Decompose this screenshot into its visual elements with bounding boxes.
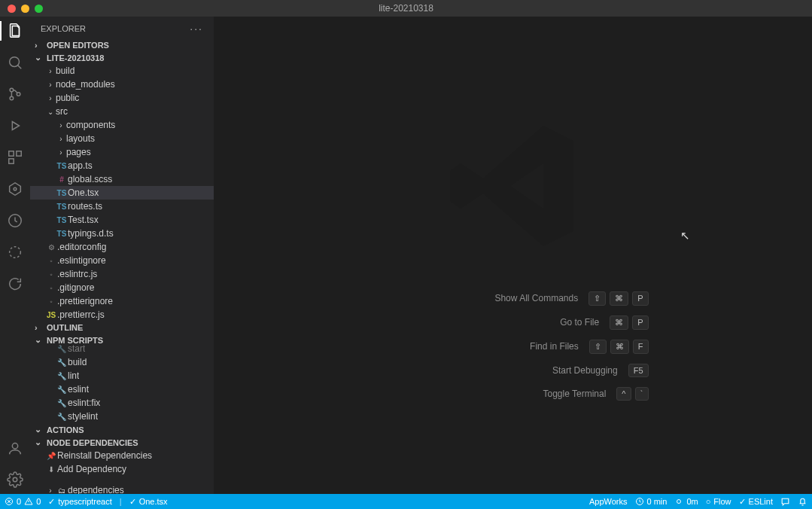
svg-point-14: [13, 477, 17, 482]
welcome-find: Find in Files ⇧⌘F: [378, 340, 649, 354]
svg-point-4: [17, 93, 20, 96]
close-window-button[interactable]: [8, 5, 16, 13]
section-node-deps[interactable]: ⌄NODE DEPENDENCIES: [30, 436, 214, 449]
npm-build[interactable]: 🔧build: [30, 355, 214, 369]
section-label: LITE-20210318: [47, 53, 104, 62]
editor-area: Show All Commands ⇧⌘P Go to File ⌘P Find…: [214, 17, 812, 494]
status-flow[interactable]: ○ Flow: [706, 497, 731, 506]
npm-eslint-fix[interactable]: 🔧eslint:fix: [30, 396, 214, 410]
sidebar-title: EXPLORER: [41, 24, 86, 33]
vscode-logo-icon: [438, 111, 588, 261]
status-bell-icon[interactable]: [798, 497, 807, 507]
npm-lint[interactable]: 🔧lint: [30, 369, 214, 383]
file-app-ts[interactable]: TSapp.ts: [30, 159, 214, 172]
section-label: ACTIONS: [47, 425, 84, 434]
hexagon-icon[interactable]: [7, 181, 23, 197]
refresh-icon[interactable]: [7, 276, 23, 292]
section-outline[interactable]: ›OUTLINE: [30, 322, 214, 334]
activity-bar: [0, 17, 30, 494]
sidebar-more-icon[interactable]: ···: [190, 23, 203, 35]
settings-icon[interactable]: [7, 471, 23, 488]
svg-rect-7: [17, 151, 21, 156]
file-eslintrc[interactable]: ◦.eslintrc.js: [30, 267, 214, 281]
maximize-window-button[interactable]: [35, 5, 43, 13]
svg-point-10: [14, 187, 17, 190]
section-label: OUTLINE: [47, 323, 83, 332]
file-editorconfig[interactable]: ⚙.editorconfig: [30, 240, 214, 254]
action-reinstall[interactable]: 📌Reinstall Dependencies: [30, 449, 214, 462]
section-open-editors[interactable]: ›OPEN EDITORS: [30, 39, 214, 51]
file-prettierrc[interactable]: JS.prettierrc.js: [30, 308, 214, 322]
minimize-window-button[interactable]: [21, 5, 29, 13]
status-eslint[interactable]: ✓ ESLint: [739, 497, 773, 507]
svg-line-1: [18, 66, 22, 69]
svg-marker-5: [12, 122, 19, 130]
section-actions[interactable]: ⌄ACTIONS: [30, 423, 214, 436]
action-add-dependency[interactable]: ⬇Add Dependency: [30, 462, 214, 476]
svg-point-20: [677, 500, 681, 504]
file-gitignore[interactable]: ◦.gitignore: [30, 281, 214, 294]
svg-rect-6: [9, 151, 14, 156]
folder-node-modules[interactable]: ›node_modules: [30, 78, 214, 91]
svg-point-13: [12, 443, 17, 449]
folder-components[interactable]: ›components: [30, 118, 214, 132]
search-icon[interactable]: [7, 54, 23, 71]
status-bar: 0 0 ✓ typescriptreact | ✓ One.tsx AppWor…: [0, 494, 812, 509]
source-control-icon[interactable]: [7, 86, 23, 102]
status-clock-0[interactable]: 0 min: [635, 497, 668, 506]
dashed-circle-icon[interactable]: [7, 244, 23, 261]
file-typings[interactable]: TStypings.d.ts: [30, 227, 214, 240]
file-test-tsx[interactable]: TSTest.tsx: [30, 213, 214, 227]
status-clock-1[interactable]: 0m: [674, 497, 698, 506]
file-routes-ts[interactable]: TSroutes.ts: [30, 200, 214, 213]
folder-dependencies[interactable]: ›🗂dependencies: [30, 483, 214, 494]
extensions-icon[interactable]: [7, 149, 23, 166]
file-prettierignore[interactable]: ◦.prettierignore: [30, 294, 214, 308]
debug-icon[interactable]: [7, 117, 23, 134]
folder-build[interactable]: ›build: [30, 64, 214, 78]
status-errors[interactable]: 0 0: [5, 497, 41, 506]
npm-stylelint[interactable]: 🔧stylelint: [30, 410, 214, 423]
status-file[interactable]: ✓ One.tsx: [129, 497, 168, 507]
traffic-lights: [0, 5, 43, 13]
svg-point-0: [10, 57, 20, 67]
welcome-shortcuts: Show All Commands ⇧⌘P Go to File ⌘P Find…: [378, 291, 649, 401]
welcome-show-all: Show All Commands ⇧⌘P: [378, 291, 649, 306]
folder-public[interactable]: ›public: [30, 91, 214, 105]
account-icon[interactable]: [7, 440, 23, 456]
status-appworks[interactable]: AppWorks: [589, 497, 628, 506]
explorer-icon[interactable]: [7, 23, 23, 39]
welcome-terminal: Toggle Terminal ^`: [378, 387, 649, 401]
section-project[interactable]: ⌄LITE-20210318: [30, 51, 214, 64]
npm-start[interactable]: 🔧start: [30, 342, 214, 355]
section-label: NODE DEPENDENCIES: [47, 438, 138, 447]
mouse-cursor-icon: ↖: [680, 229, 690, 242]
file-tree: ›build ›node_modules ›public ⌄src ›compo…: [30, 64, 214, 322]
welcome-go-file: Go to File ⌘P: [378, 315, 649, 330]
svg-marker-9: [10, 183, 21, 196]
npm-eslint[interactable]: 🔧eslint: [30, 383, 214, 396]
svg-rect-8: [9, 159, 14, 163]
svg-point-3: [10, 96, 14, 100]
svg-point-12: [10, 247, 21, 258]
explorer-sidebar: EXPLORER ··· ›OPEN EDITORS ⌄LITE-2021031…: [30, 17, 214, 494]
svg-point-2: [10, 88, 14, 92]
circle-play-icon[interactable]: [7, 212, 23, 229]
file-eslintignore[interactable]: ◦.eslintignore: [30, 254, 214, 267]
titlebar: lite-20210318: [0, 0, 812, 17]
folder-pages[interactable]: ›pages: [30, 145, 214, 159]
file-one-tsx[interactable]: TSOne.tsx: [30, 186, 214, 200]
status-language[interactable]: ✓ typescriptreact: [48, 497, 112, 507]
folder-src[interactable]: ⌄src: [30, 105, 214, 118]
folder-layouts[interactable]: ›layouts: [30, 132, 214, 145]
file-global-scss[interactable]: #global.scss: [30, 172, 214, 186]
window-title: lite-20210318: [0, 3, 812, 14]
status-feedback-icon[interactable]: [780, 497, 790, 507]
welcome-debug: Start Debugging F5: [378, 364, 649, 377]
section-label: OPEN EDITORS: [47, 41, 109, 50]
